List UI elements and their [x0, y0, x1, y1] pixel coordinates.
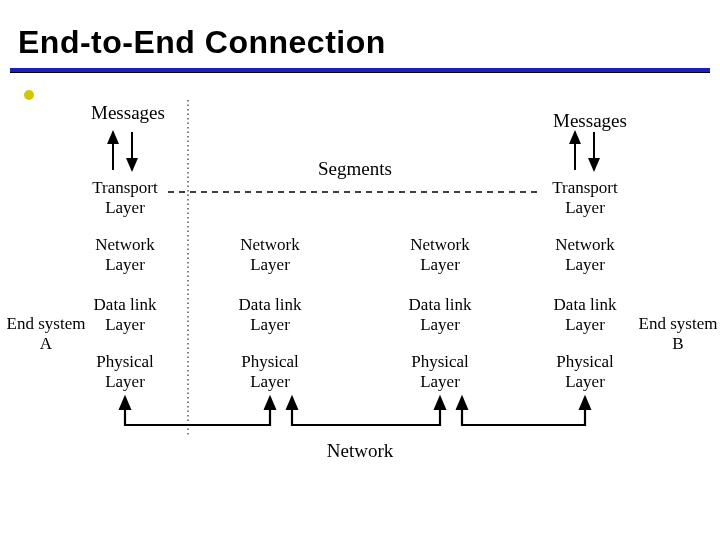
datalink-layer-r1: Data link Layer: [225, 295, 315, 334]
datalink-layer-b: Data link Layer: [540, 295, 630, 334]
transport-layer-a: Transport Layer: [80, 178, 170, 217]
network-layer-r2: Network Layer: [395, 235, 485, 274]
segments-label: Segments: [290, 158, 420, 180]
end-system-a-label: End system A: [0, 314, 96, 353]
physical-layer-b: Physical Layer: [540, 352, 630, 391]
network-layer-a: Network Layer: [80, 235, 170, 274]
end-system-b-label: End system B: [628, 314, 720, 353]
transport-layer-b: Transport Layer: [540, 178, 630, 217]
bullet-icon: [24, 90, 34, 100]
slide-title: End-to-End Connection: [18, 24, 386, 61]
network-layer-r1: Network Layer: [225, 235, 315, 274]
messages-right-label: Messages: [530, 110, 650, 132]
network-bottom-label: Network: [300, 440, 420, 462]
datalink-layer-r2: Data link Layer: [395, 295, 485, 334]
messages-left-label: Messages: [68, 102, 188, 124]
network-layer-b: Network Layer: [540, 235, 630, 274]
title-rule: [10, 68, 710, 73]
physical-layer-r2: Physical Layer: [395, 352, 485, 391]
physical-layer-a: Physical Layer: [80, 352, 170, 391]
physical-layer-r1: Physical Layer: [225, 352, 315, 391]
